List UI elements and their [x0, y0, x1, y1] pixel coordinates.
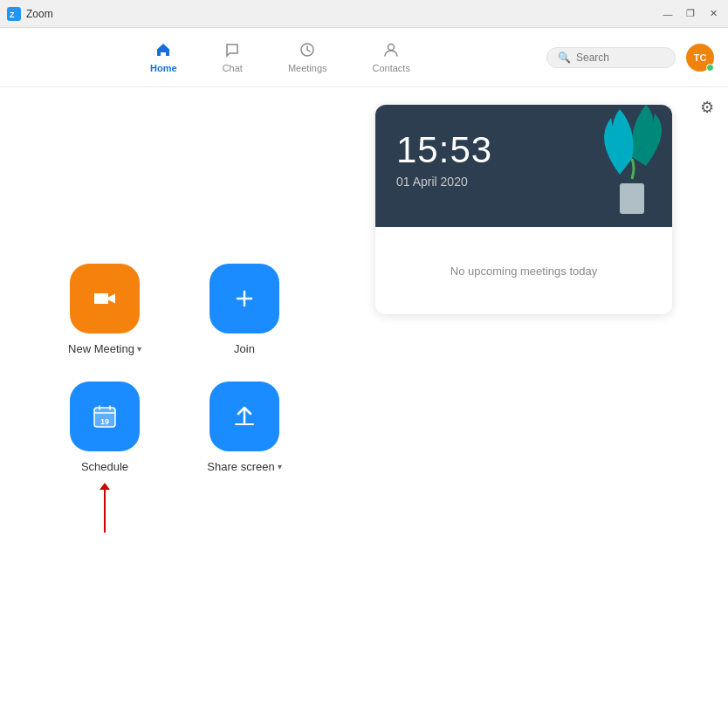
contacts-icon [382, 41, 400, 61]
nav-tabs: Home Chat Meetings [14, 36, 546, 79]
schedule-text: Schedule [81, 460, 128, 473]
svg-rect-7 [620, 183, 644, 214]
schedule-label: Schedule [81, 460, 128, 473]
window-controls: — ❐ ✕ [660, 6, 721, 22]
title-bar: Z Zoom — ❐ ✕ [0, 0, 728, 28]
tab-contacts[interactable]: Contacts [364, 36, 419, 79]
new-meeting-button[interactable] [70, 264, 140, 333]
join-item[interactable]: Join [192, 264, 297, 355]
svg-text:Z: Z [10, 10, 15, 19]
home-tab-label: Home [150, 63, 177, 73]
search-icon: 🔍 [558, 52, 571, 64]
chat-icon [223, 41, 241, 61]
calendar-card: 15:53 01 April 2020 No upcoming meetings… [375, 105, 672, 314]
join-button[interactable] [209, 264, 279, 333]
nav-bar: Home Chat Meetings [0, 28, 728, 87]
avatar-status-indicator [706, 64, 714, 72]
no-meetings-text: No upcoming meetings today [450, 265, 597, 278]
arrow-up-icon [104, 489, 106, 533]
calendar-header: 15:53 01 April 2020 [375, 105, 672, 227]
new-meeting-chevron: ▾ [137, 344, 141, 354]
search-input[interactable] [576, 52, 664, 64]
calendar-icon: 19 [90, 402, 120, 431]
action-grid: New Meeting ▾ Join [0, 87, 349, 708]
new-meeting-item[interactable]: New Meeting ▾ [52, 264, 157, 355]
tab-meetings[interactable]: Meetings [279, 36, 336, 79]
share-screen-item[interactable]: Share screen ▾ [192, 381, 297, 533]
avatar[interactable]: TC [686, 44, 714, 72]
calendar-panel: 15:53 01 April 2020 No upcoming meetings… [349, 87, 728, 708]
schedule-arrow-annotation [104, 482, 106, 533]
calendar-body: No upcoming meetings today [375, 227, 672, 314]
maximize-button[interactable]: ❐ [683, 6, 698, 22]
action-row-1: New Meeting ▾ Join [52, 264, 297, 355]
svg-text:19: 19 [100, 417, 109, 426]
camera-icon [90, 284, 120, 313]
new-meeting-label: New Meeting ▾ [68, 342, 141, 355]
calendar-time: 15:53 [396, 129, 492, 171]
settings-gear-icon[interactable]: ⚙ [700, 98, 714, 117]
meetings-tab-label: Meetings [288, 63, 327, 73]
join-label: Join [234, 342, 255, 355]
share-screen-text: Share screen [207, 460, 274, 473]
title-bar-left: Z Zoom [7, 7, 53, 21]
home-icon [155, 41, 172, 61]
schedule-button[interactable]: 19 [70, 381, 140, 451]
action-row-2: 19 Schedule Sh [52, 381, 297, 533]
meetings-icon [299, 41, 316, 61]
minimize-button[interactable]: — [660, 6, 676, 22]
new-meeting-text: New Meeting [68, 342, 134, 355]
join-text: Join [234, 342, 255, 355]
calendar-date: 01 April 2020 [396, 175, 468, 189]
contacts-tab-label: Contacts [373, 63, 410, 73]
main-content: ⚙ New Meeting ▾ [0, 87, 728, 708]
share-screen-button[interactable] [209, 381, 279, 451]
decorative-plant-icon [559, 105, 672, 227]
zoom-logo-icon: Z [7, 7, 21, 21]
share-screen-label: Share screen ▾ [207, 460, 281, 473]
app-title: Zoom [26, 8, 53, 20]
svg-point-3 [388, 45, 395, 51]
tab-chat[interactable]: Chat [214, 36, 251, 79]
share-screen-chevron: ▾ [278, 462, 282, 471]
tab-home[interactable]: Home [141, 36, 186, 79]
close-button[interactable]: ✕ [705, 6, 721, 22]
schedule-item[interactable]: 19 Schedule [52, 381, 157, 533]
share-screen-icon [230, 402, 259, 431]
plus-icon [230, 285, 258, 313]
avatar-initials: TC [694, 52, 707, 63]
svg-rect-4 [94, 293, 108, 304]
chat-tab-label: Chat [223, 63, 243, 73]
search-box[interactable]: 🔍 [546, 47, 676, 68]
